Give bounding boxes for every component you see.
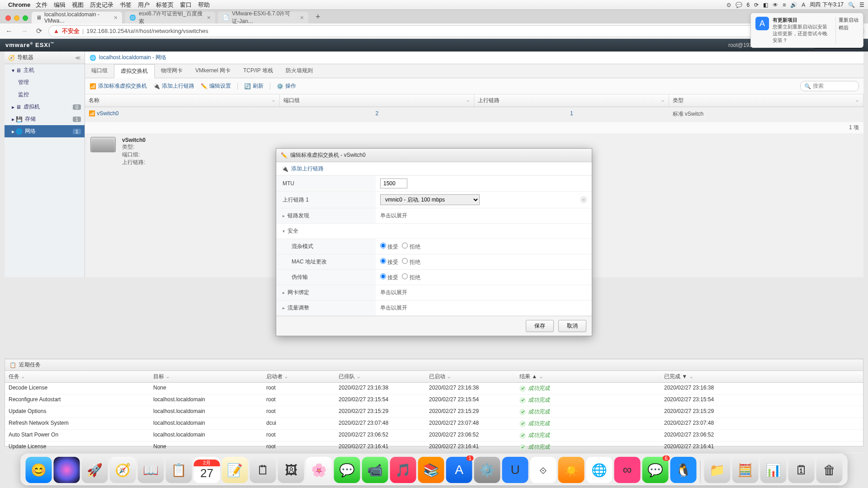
promisc-accept[interactable]: 接受	[380, 243, 398, 251]
col-name[interactable]: 名称 ⌄	[85, 94, 280, 107]
task-row[interactable]: Reconfigure Autostartlocalhost.localdoma…	[5, 394, 863, 406]
col-portgroups[interactable]: 端口组 ⌄	[280, 94, 475, 107]
dock-launchpad[interactable]: 🚀	[82, 457, 108, 483]
tab-1[interactable]: 🌐esxi6.7许可证密钥_百度搜索×	[125, 12, 215, 23]
dock-finder[interactable]: 😊	[26, 457, 52, 483]
wechat-status-icon[interactable]: 💬	[736, 2, 742, 8]
search-icon[interactable]: 🔍	[848, 2, 855, 8]
dock-recent-1[interactable]: 📁	[704, 457, 731, 483]
tab-vmknics[interactable]: VMkernel 网卡	[189, 64, 237, 78]
control-center-icon[interactable]: ☰	[859, 2, 864, 8]
close-tab-icon[interactable]: ×	[114, 14, 118, 21]
task-row[interactable]: Decode LicenseNoneroot2020/02/27 23:16:3…	[5, 383, 863, 394]
minimize-window[interactable]	[14, 15, 19, 21]
dock-stickies[interactable]: 🗒	[250, 457, 276, 483]
col-initiator[interactable]: 启动者 ⌄	[263, 371, 335, 382]
add-uplink-button[interactable]: 🔌 添加上行链路	[153, 82, 194, 90]
col-completed[interactable]: 已完成 ▼ ⌄	[660, 371, 863, 382]
menu-edit[interactable]: 编辑	[54, 1, 66, 9]
sidebar-item-manage[interactable]: 管理	[5, 76, 85, 89]
dock-app-3[interactable]: ☀️	[558, 457, 585, 483]
dock-app-4[interactable]: ∞	[614, 457, 641, 483]
field-shaping[interactable]: ▸ 流量调整 单击以展开	[276, 300, 592, 316]
reload-button[interactable]: ⟳	[34, 26, 44, 36]
menubar-app[interactable]: Chrome	[8, 1, 30, 8]
actions-menu[interactable]: ⚙️ 操作	[277, 82, 296, 90]
col-queued[interactable]: 已排队 ⌄	[335, 371, 425, 382]
menu-view[interactable]: 视图	[72, 1, 84, 9]
dock-facetime[interactable]: 📹	[362, 457, 388, 483]
dock-trash[interactable]: 🗑	[816, 457, 843, 483]
save-button[interactable]: 保存	[526, 320, 554, 332]
dock-notes[interactable]: 📝	[222, 457, 248, 483]
sync-icon[interactable]: ⟳	[754, 2, 759, 8]
add-vswitch-button[interactable]: 📶 添加标准虚拟交换机	[90, 82, 147, 90]
tab-vswitches[interactable]: 虚拟交换机	[114, 64, 155, 78]
dock-app-1[interactable]: U	[502, 457, 528, 483]
edit-settings-button[interactable]: ✏️ 编辑设置	[201, 82, 231, 90]
dock-photos[interactable]: 🌸	[306, 457, 332, 483]
col-started[interactable]: 已启动 ⌄	[425, 371, 516, 382]
volume-icon[interactable]: 🔊	[790, 2, 797, 8]
field-link-discovery[interactable]: ▸ 链路发现 单击以展开	[276, 208, 592, 224]
dock-calendar[interactable]: 2月27	[194, 457, 220, 483]
sidebar-item-storage[interactable]: ▸ 💾 存储1	[5, 113, 85, 125]
dock-qq[interactable]: 🐧	[670, 457, 697, 483]
dock-recent-4[interactable]: 🗓	[788, 457, 815, 483]
tab-tcpip[interactable]: TCP/IP 堆栈	[237, 64, 279, 78]
field-teaming[interactable]: ▸ 网卡绑定 单击以展开	[276, 285, 592, 300]
dialog-add-uplink[interactable]: 🔌 添加上行链路	[276, 162, 592, 176]
close-tab-icon[interactable]: ×	[207, 14, 211, 21]
toolbar-search[interactable]: 🔍 搜索	[800, 81, 859, 91]
task-row[interactable]: Refresh Network Systemlocalhost.localdom…	[5, 418, 863, 430]
menu-history[interactable]: 历史记录	[90, 1, 113, 9]
menu-user[interactable]: 用户	[138, 1, 150, 9]
input-icon[interactable]: A	[802, 2, 805, 8]
dock-recent-3[interactable]: 📊	[760, 457, 787, 483]
tasks-header[interactable]: 📋 近期任务	[5, 359, 863, 371]
mac-reject[interactable]: 拒绝	[402, 258, 420, 266]
dock-preview[interactable]: 🖼	[278, 457, 304, 483]
dock-safari[interactable]: 🧭	[110, 457, 136, 483]
menu-window[interactable]: 窗口	[180, 1, 192, 9]
col-type[interactable]: 类型 ⌄	[669, 94, 864, 107]
close-window[interactable]	[5, 15, 11, 21]
collapse-icon[interactable]: ≪	[75, 55, 81, 61]
nvidia-icon[interactable]: 👁	[773, 2, 778, 8]
sidebar-item-vm[interactable]: ▸ 🖥 虚拟机0	[5, 101, 85, 113]
clock[interactable]: 周四 下午3:17	[810, 1, 844, 9]
tab-0[interactable]: 🖥localhost.localdomain - VMwa…×	[32, 12, 122, 23]
promisc-reject[interactable]: 拒绝	[402, 243, 420, 251]
tab-portgroups[interactable]: 端口组	[85, 64, 114, 78]
dock-books[interactable]: 📚	[418, 457, 444, 483]
sidebar-item-network[interactable]: ▸ 🌐 网络1	[5, 125, 85, 137]
status-icon[interactable]: ⊙	[726, 2, 731, 8]
forged-accept[interactable]: 接受	[380, 273, 398, 282]
field-security[interactable]: ▾ 安全	[276, 224, 592, 239]
forged-reject[interactable]: 拒绝	[402, 273, 420, 282]
tab-pnics[interactable]: 物理网卡	[155, 64, 189, 78]
menu-file[interactable]: 文件	[36, 1, 47, 9]
address-bar[interactable]: ▲ 不安全 | 192.168.10.254/ui/#/host/network…	[48, 25, 864, 37]
forward-button[interactable]: →	[19, 26, 30, 36]
task-row[interactable]: Update LicenseNoneroot2020/02/27 23:16:4…	[5, 441, 863, 453]
menu-help[interactable]: 帮助	[198, 1, 210, 9]
dock-music[interactable]: 🎵	[390, 457, 416, 483]
dock-reminders[interactable]: 📋	[166, 457, 192, 483]
dock-siri[interactable]	[54, 457, 80, 483]
col-task[interactable]: 任务 ⌄	[5, 371, 150, 382]
col-uplinks[interactable]: 上行链路 ⌄	[474, 94, 669, 107]
remove-uplink-icon[interactable]: ×	[580, 196, 587, 203]
mtu-input[interactable]	[380, 178, 407, 188]
cancel-button[interactable]: 取消	[558, 320, 586, 332]
mac-accept[interactable]: 接受	[380, 258, 398, 266]
dock-appstore[interactable]: A	[446, 457, 472, 483]
dock-contacts[interactable]: 📖	[138, 457, 164, 483]
security-badge[interactable]: 不安全	[62, 27, 80, 35]
notif-later-button[interactable]: 稍后	[839, 24, 859, 31]
refresh-button[interactable]: 🔄 刷新	[244, 82, 264, 90]
task-row[interactable]: Update Optionslocalhost.localdomainroot2…	[5, 406, 863, 418]
wifi-icon[interactable]: ≡	[783, 2, 786, 8]
dock-messages[interactable]: 💬	[334, 457, 360, 483]
vswitch-row-0[interactable]: 📶 vSwitch0 2 1 标准 vSwitch	[85, 107, 863, 122]
